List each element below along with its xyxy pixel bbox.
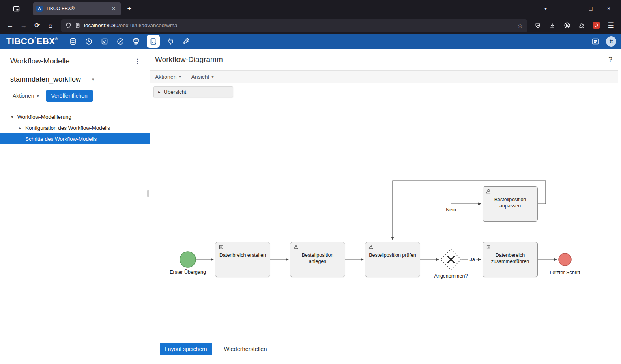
fullscreen-icon[interactable] [589, 56, 595, 64]
node-label: Datenbereich zusammenführen [490, 252, 531, 265]
diagram-footer: Layout speichern Wiederherstellen [150, 340, 621, 364]
diagram-canvas[interactable]: ▸ Übersicht [150, 83, 621, 340]
model-tree: ▾ Workflow-Modellierung ▸ Konfiguration … [0, 111, 150, 144]
tree-item-label: Konfiguration des Workflow-Modells [25, 125, 110, 131]
workflow-models-icon[interactable] [147, 35, 160, 48]
help-icon[interactable]: ? [608, 55, 612, 64]
tree-item-konfiguration[interactable]: ▸ Konfiguration des Workflow-Modells [0, 122, 150, 133]
window-controls: – □ × [563, 1, 618, 16]
sidebar-action-row: Aktionen ▾ Veröffentlichen [0, 84, 150, 102]
administration-wrench-icon[interactable] [181, 36, 191, 46]
ansicht-menu[interactable]: Ansicht ▾ [191, 74, 214, 80]
pocket-icon[interactable] [531, 20, 544, 32]
page-title: Workflow-Diagramm [155, 55, 223, 64]
downloads-icon[interactable] [546, 20, 559, 32]
bookmark-star-icon[interactable]: ☆ [518, 22, 523, 29]
ansicht-menu-label: Ansicht [191, 74, 209, 80]
close-button[interactable]: × [600, 1, 618, 16]
workflow-node-datenbreich-erstellen[interactable]: Datenbreich erstellen [215, 242, 270, 277]
end-node [559, 253, 571, 266]
page-info-icon[interactable] [75, 22, 80, 28]
reload-button[interactable]: ⟳ [31, 20, 43, 32]
workflow-node-bestellposition-anpassen[interactable]: Bestellposition anpassen [483, 186, 538, 222]
collapse-icon[interactable]: ▾ [9, 115, 15, 119]
overview-label: Übersicht [164, 89, 186, 95]
user-icon [368, 244, 374, 250]
tab-close-icon[interactable]: × [110, 5, 118, 13]
ebx-header: TIBCO°EBX® tt [0, 34, 621, 49]
list-all-tabs-icon[interactable]: ▾ [539, 6, 552, 11]
chevron-down-icon: ▾ [179, 75, 181, 79]
adblock-badge [593, 22, 600, 29]
publish-button[interactable]: Veröffentlichen [46, 90, 93, 102]
browser-tab-strip: TIBCO EBX® × + ▾ – □ × [0, 0, 621, 17]
report-list-icon[interactable] [590, 36, 600, 46]
expand-icon[interactable]: ▸ [17, 126, 23, 130]
restore-button[interactable]: Wiederherstellen [224, 343, 267, 352]
sidebar: Workflow-Modelle ⋮ stammdaten_workflow ▾… [0, 49, 150, 364]
node-label: Bestellposition anlegen [297, 252, 338, 265]
chevron-down-icon: ▾ [37, 94, 39, 98]
aktionen-menu[interactable]: Aktionen ▾ [155, 74, 181, 80]
url-bar[interactable]: localhost:8080/ebx-ui/ui/advanced/wma ☆ [61, 19, 527, 32]
model-name: stammdaten_workflow [10, 75, 81, 84]
app-body: Workflow-Modelle ⋮ stammdaten_workflow ▾… [0, 49, 621, 364]
sidebar-header: Workflow-Modelle ⋮ [0, 49, 150, 65]
compass-icon[interactable] [115, 36, 125, 46]
history-clock-icon[interactable] [84, 36, 94, 46]
splitter-handle[interactable] [147, 190, 149, 197]
node-label: Bestellposition anpassen [490, 196, 531, 209]
workflow-model-select[interactable]: stammdaten_workflow ▾ [0, 65, 150, 84]
url-text[interactable]: localhost:8080/ebx-ui/ui/advanced/wma [84, 22, 514, 28]
firefox-view-button[interactable] [9, 3, 23, 15]
minimize-button[interactable]: – [563, 1, 582, 16]
main-header: Workflow-Diagramm ? [150, 49, 621, 70]
tree-item-schritte[interactable]: Schritte des Workflow-Modells [0, 133, 150, 144]
save-layout-button[interactable]: Layout speichern [160, 343, 212, 355]
workflow-node-bestellposition-anlegen[interactable]: Bestellposition anlegen [290, 242, 345, 277]
ebx-logo: TIBCO°EBX® [6, 36, 58, 47]
logo-registered: ® [55, 37, 58, 41]
tracking-shield-icon[interactable] [65, 22, 71, 28]
workflow-node-datenbereich-zusammenfuehren[interactable]: Datenbereich zusammenführen [483, 242, 538, 277]
data-icon[interactable] [68, 36, 78, 46]
start-node [180, 252, 196, 267]
logo-brand: TIBCO [6, 36, 34, 47]
data-services-plug-icon[interactable] [166, 36, 176, 46]
main-header-icons: ? [589, 55, 612, 64]
url-host: localhost:8080 [84, 22, 118, 28]
navbar-action-icons: ☰ [531, 20, 617, 32]
menu-hamburger-icon[interactable]: ☰ [604, 20, 617, 32]
kebab-menu-icon[interactable]: ⋮ [133, 57, 141, 65]
main-panel: Workflow-Diagramm ? Aktionen ▾ Ansicht ▾… [150, 49, 621, 364]
back-button[interactable]: ← [4, 20, 17, 32]
maximize-button[interactable]: □ [582, 1, 600, 16]
validation-check-icon[interactable] [99, 36, 109, 46]
user-avatar[interactable]: tt [606, 36, 616, 47]
new-tab-button[interactable]: + [123, 3, 136, 15]
data-model-icon[interactable] [131, 36, 141, 46]
adblock-extension-icon[interactable] [590, 20, 602, 32]
no-branch-label: Nein [444, 207, 458, 213]
aktionen-menu-label: Aktionen [155, 74, 176, 80]
browser-nav-bar: ← → ⟳ ⌂ localhost:8080/ebx-ui/ui/advance… [0, 17, 621, 34]
node-label: Bestellposition prüfen [368, 252, 417, 258]
caret-right-icon: ▸ [158, 90, 160, 94]
logo-mark: ° [34, 37, 36, 41]
home-button[interactable]: ⌂ [44, 20, 57, 32]
browser-tab[interactable]: TIBCO EBX® × [33, 2, 121, 15]
aktionen-dropdown[interactable]: Aktionen ▾ [13, 93, 39, 99]
account-icon[interactable] [561, 20, 573, 32]
user-icon [486, 189, 491, 194]
url-path: /ebx-ui/ui/advanced/wma [118, 22, 177, 28]
tab-favicon-icon [36, 6, 43, 12]
decision-label: Angenommen? [434, 273, 468, 279]
overview-toggle[interactable]: ▸ Übersicht [153, 86, 233, 97]
workflow-node-bestellposition-pruefen[interactable]: Bestellposition prüfen [365, 242, 420, 277]
diagram-wires [150, 83, 621, 340]
model-caret-icon: ▾ [92, 77, 94, 82]
extensions-puzzle-icon[interactable] [575, 20, 588, 32]
tree-item-workflow-modellierung[interactable]: ▾ Workflow-Modellierung [0, 111, 150, 122]
forward-button[interactable]: → [17, 20, 30, 32]
panel-title: Workflow-Modelle [10, 57, 70, 65]
